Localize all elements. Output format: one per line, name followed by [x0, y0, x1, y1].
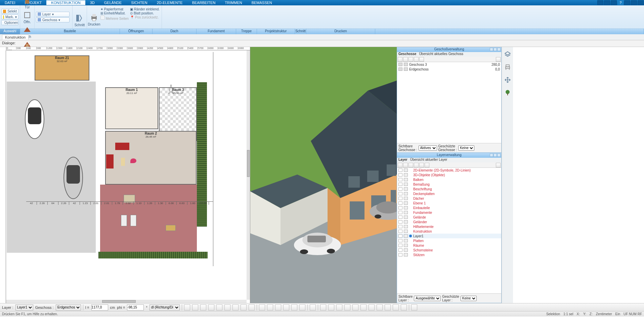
layer-tool-3[interactable]: [409, 163, 413, 167]
panel-pin-icon[interactable]: [490, 48, 493, 51]
geschoss-visible-select[interactable]: Aktives: [419, 145, 437, 151]
room-raum-2[interactable]: Raum 226.45 m²: [105, 131, 197, 185]
end-tool[interactable]: [411, 304, 417, 310]
help-icon[interactable]: ?: [617, 0, 624, 5]
mehrere-button[interactable]: Mehrere Seiten: [100, 15, 129, 20]
dl-select[interactable]: dl (Richtung/Di: [149, 304, 180, 310]
panel-close-icon[interactable]: [497, 153, 501, 157]
grid-tool-2[interactable]: [328, 304, 334, 310]
grid-tool-9[interactable]: [385, 304, 391, 310]
grid-tool-8[interactable]: [377, 304, 383, 310]
einheit-button[interactable]: ⊞ Einheit/Maßst.: [100, 11, 129, 15]
menu-datei[interactable]: DATEI: [0, 0, 20, 5]
geschoss-row[interactable]: Erdgeschoss0,0: [397, 67, 501, 71]
move-icon[interactable]: [504, 76, 512, 84]
raender-button[interactable]: ▣ Ränder einblend.: [130, 7, 160, 11]
layer-select[interactable]: Layer1: [15, 304, 33, 310]
snap-tool-9[interactable]: [249, 304, 255, 310]
geschoss-tab-1[interactable]: Geschosse: [398, 52, 416, 56]
minimize-button[interactable]: [624, 0, 630, 5]
geschoss-protected-select[interactable]: Keine: [458, 145, 474, 151]
snap-tool-8[interactable]: [241, 304, 247, 310]
panel-min-icon[interactable]: [493, 153, 497, 157]
layer-row[interactable]: Dächer: [397, 196, 501, 201]
misc-tool-1[interactable]: [310, 304, 316, 310]
menu-sichten[interactable]: SICHTEN: [126, 0, 152, 5]
window-button-2[interactable]: [604, 0, 610, 5]
snap-tool-7[interactable]: [232, 304, 239, 310]
drucken-button[interactable]: Drucken: [88, 6, 100, 27]
grid-tool-10[interactable]: [393, 304, 399, 310]
panel-close-icon[interactable]: [497, 48, 501, 51]
blatt-button[interactable]: ⊙ Blatt position.: [130, 11, 160, 15]
optionen-button[interactable]: Optionen: [1, 20, 18, 25]
menu-bearbeiten[interactable]: BEARBEITEN: [187, 0, 220, 5]
layer-row[interactable]: Geländer: [397, 220, 501, 224]
view-tool-4[interactable]: [283, 304, 289, 310]
close-button[interactable]: [638, 0, 644, 5]
layer-tool-4[interactable]: [414, 163, 419, 167]
plan-canvas[interactable]: Raum 2132.63 m²Raum 42.69 m²Raum 120.11 …: [6, 50, 247, 300]
layer-row[interactable]: Konstruktion: [397, 229, 501, 234]
snap-tool-2[interactable]: [192, 304, 198, 310]
pos-button[interactable]: 📍 Pos zurücksetz.: [130, 15, 160, 19]
scrollbar-vertical[interactable]: [247, 50, 250, 300]
snap-tool-6[interactable]: [224, 304, 230, 310]
grid-tool-4[interactable]: [344, 304, 350, 310]
chair-icon[interactable]: [504, 63, 512, 71]
geschoss-list[interactable]: Geschoss 3280,0Erdgeschoss0,0: [397, 62, 501, 143]
grid-tool-5[interactable]: [352, 304, 358, 310]
mark-button[interactable]: Mark. ▾: [1, 14, 18, 19]
room-raum-21[interactable]: Raum 2132.63 m²: [35, 55, 89, 81]
l-input[interactable]: [91, 304, 108, 310]
layer-tool-2[interactable]: [403, 163, 408, 167]
layer-tool-6[interactable]: [425, 163, 429, 167]
layer-row[interactable]: 3D-Objekte (Objekte): [397, 173, 501, 177]
layer-row[interactable]: Ebene 1: [397, 201, 501, 205]
menu-trimmen[interactable]: TRIMMEN: [220, 0, 247, 5]
panel-min-icon[interactable]: [493, 48, 497, 51]
selekt-button[interactable]: Selekt: [1, 9, 18, 14]
layer-tool-1[interactable]: [398, 163, 402, 167]
geschoss-row[interactable]: Geschoss 3280,0: [397, 62, 501, 67]
tuer-button[interactable]: Tür: [22, 0, 33, 10]
geschoss-tool-1[interactable]: [398, 57, 402, 62]
layer-row[interactable]: Schornsteine: [397, 248, 501, 252]
layer-visible-select[interactable]: Ausgewählte: [414, 296, 441, 301]
geschoss-tool-2[interactable]: [403, 57, 408, 62]
layer-row[interactable]: Beschriftung: [397, 187, 501, 191]
grid-tool-11[interactable]: [401, 304, 407, 310]
layer-row[interactable]: Layer1: [397, 234, 501, 238]
menu-gelaende[interactable]: GELÄNDE: [99, 0, 127, 5]
layer-row[interactable]: Räume: [397, 243, 501, 248]
view-tool-1[interactable]: [259, 304, 265, 310]
layer-tool-7[interactable]: [496, 163, 501, 167]
layer-row[interactable]: Hilfselemente: [397, 224, 501, 229]
papierformat-button[interactable]: ✦ Papierformat: [100, 7, 129, 11]
geschoss-select[interactable]: Erdgeschos: [56, 304, 81, 310]
menu-bemassen[interactable]: BEMASSEN: [247, 0, 277, 5]
grid-tool-6[interactable]: [360, 304, 367, 310]
layer-row[interactable]: Fundamente: [397, 210, 501, 215]
view-tool-2[interactable]: [267, 304, 273, 310]
layer-row[interactable]: Stützen: [397, 252, 501, 257]
snap-tool-1[interactable]: [184, 304, 190, 310]
layer-row[interactable]: Deckenplatten: [397, 191, 501, 196]
layers-icon[interactable]: [504, 50, 512, 58]
geschoss-tab-2[interactable]: Übersicht aktuelles Geschoss: [419, 52, 463, 56]
view-3d[interactable]: [250, 47, 397, 303]
window-button-1[interactable]: [597, 0, 603, 5]
geschoss-tool-4[interactable]: [414, 57, 419, 62]
layer-row[interactable]: Balken: [397, 177, 501, 182]
plan-2d-view[interactable]: 0300600900120015001800210024002700300033…: [0, 47, 250, 303]
layer-protected-select[interactable]: Keine: [461, 296, 477, 301]
maximize-button[interactable]: [631, 0, 637, 5]
layer-row[interactable]: 2D-Elemente (2D-Symbole, 2D-Linien): [397, 168, 501, 173]
snap-tool-3[interactable]: [200, 304, 206, 310]
geschoss-tool-6[interactable]: [496, 57, 501, 62]
scrollbar-horizontal[interactable]: [6, 300, 247, 303]
schnitt-button[interactable]: Schnitt: [74, 7, 85, 28]
grid-tool-7[interactable]: [369, 304, 375, 310]
oeffn-button[interactable]: Öffn.: [22, 10, 33, 25]
grid-tool-3[interactable]: [336, 304, 342, 310]
